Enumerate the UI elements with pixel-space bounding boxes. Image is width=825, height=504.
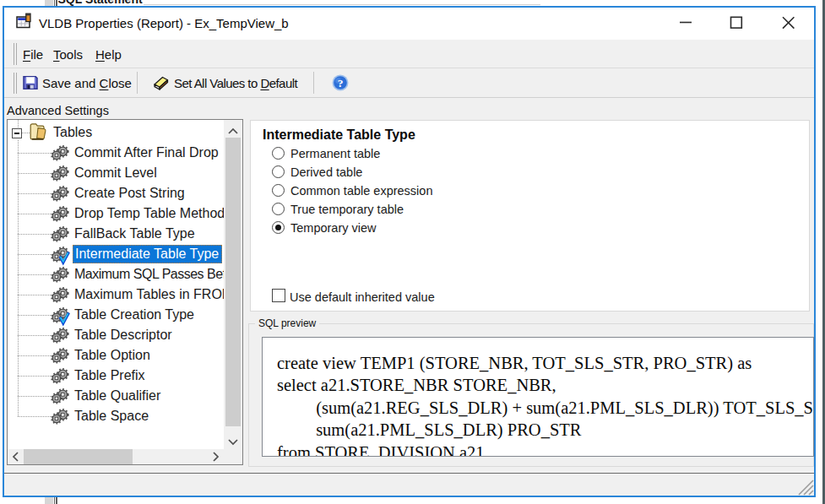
svg-text:?: ?	[338, 77, 344, 89]
